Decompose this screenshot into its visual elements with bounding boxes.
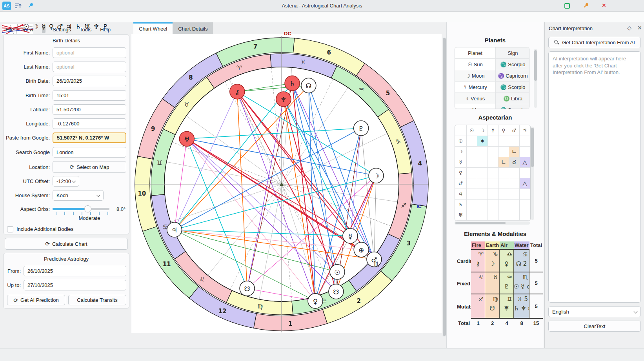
planet-saturn[interactable]: ♄: [285, 76, 300, 91]
menu-item-tools[interactable]: Tools: [80, 27, 91, 33]
paste-google-input[interactable]: [53, 132, 126, 143]
menu-item-view[interactable]: View: [22, 27, 33, 33]
first-name-input[interactable]: [53, 47, 126, 58]
menu-item-help[interactable]: Help: [100, 27, 111, 33]
planet-node[interactable]: ☊: [301, 78, 316, 93]
include-bodies-label: Include Additional Bodies: [16, 226, 73, 232]
search-google-label: Search Google: [3, 149, 53, 155]
aspectarian-cell: ☽: [477, 125, 488, 136]
aspectarian-cell: [488, 210, 498, 221]
chart-wheel[interactable]: ⚷♄☊♆♅♇☽☿⊕♂☉☋♀☋♃123456789101112♈♉♊♋♌♍♎♏♐♑…: [133, 36, 441, 333]
interpretation-text[interactable]: AI interpretation will appear here after…: [548, 51, 641, 303]
aspect-orbs-slider[interactable]: [53, 204, 109, 214]
planet-chiron[interactable]: ⚷: [230, 84, 245, 99]
tab-chart-wheel[interactable]: Chart Wheel: [133, 22, 173, 34]
aspectarian-scrollbar[interactable]: [531, 127, 534, 220]
elements-cell: Mutable: [457, 294, 471, 319]
close-icon[interactable]: ×: [600, 2, 608, 9]
aspectarian-cell: ♃: [520, 125, 530, 136]
planet-sun[interactable]: ☉: [330, 265, 345, 279]
aspectarian-cell: △: [520, 157, 530, 168]
birth-date-input[interactable]: [53, 76, 126, 86]
include-bodies-checkbox[interactable]: [7, 226, 13, 232]
tab-chart-details[interactable]: Chart Details: [173, 22, 213, 34]
aspectarian-cell: ♅: [455, 210, 467, 221]
elements-cell: 5: [529, 272, 543, 294]
statusbar: [0, 348, 644, 361]
aspectarian-cell: [498, 136, 509, 147]
planet-moon[interactable]: ☽: [369, 168, 384, 183]
longitude-input[interactable]: [53, 118, 126, 129]
planet-fortune[interactable]: ⊕: [354, 242, 369, 257]
svg-text:1: 1: [288, 320, 292, 327]
first-name-label: First Name:: [3, 50, 53, 56]
aspectarian-cell: ♃: [455, 189, 467, 200]
from-input[interactable]: [24, 266, 126, 276]
menu-item-file[interactable]: File: [5, 27, 14, 33]
house-system-select[interactable]: Koch: [53, 190, 104, 201]
last-name-input[interactable]: [53, 62, 126, 72]
aspectarian-cell: [498, 210, 509, 221]
aspectarian-cell: [498, 147, 509, 157]
aspect-orbs-label: Aspect Orbs:: [3, 206, 53, 212]
aspectarian-cell: [498, 189, 509, 200]
svg-text:☋: ☋: [244, 285, 250, 293]
svg-text:10: 10: [138, 190, 146, 197]
planet-uranus[interactable]: ♅: [179, 131, 194, 146]
svg-text:♋: ♋: [162, 223, 168, 230]
utc-offset-select[interactable]: -12:00: [53, 176, 79, 187]
planet-jupiter[interactable]: ♃: [167, 222, 182, 237]
planet-mercury[interactable]: ☿: [343, 229, 358, 243]
planet-neptune[interactable]: ♆: [276, 92, 291, 107]
planet-venus[interactable]: ♀: [308, 294, 323, 308]
svg-text:☋: ☋: [333, 288, 339, 296]
planet-pluto[interactable]: ♇: [354, 121, 369, 136]
svg-text:♑: ♑: [395, 138, 401, 145]
svg-text:♏: ♏: [374, 260, 379, 268]
planets-scrollbar[interactable]: [534, 49, 537, 108]
language-select[interactable]: English: [548, 307, 641, 317]
aspectarian-cell: △: [520, 178, 530, 189]
from-label: From:: [3, 268, 24, 274]
planet-southnode[interactable]: ☋: [329, 284, 344, 299]
planets-table-cell: ☉ Sun: [455, 59, 495, 70]
upto-label: Up to:: [3, 282, 24, 288]
select-on-map-button[interactable]: ⟳ Select on Map: [53, 161, 126, 173]
float-panel-icon[interactable]: ◇: [627, 25, 631, 31]
aspectarian-cell: [498, 168, 509, 178]
birth-date-label: Birth Date:: [3, 78, 53, 84]
utc-offset-label: UTC Offset:: [3, 178, 53, 184]
calculate-chart-button[interactable]: ⟳ Calculate Chart: [5, 238, 128, 250]
aspectarian-cell: [520, 136, 530, 147]
get-ai-prediction-button[interactable]: ⟳ Get AI Prediction: [7, 295, 65, 305]
close-panel-icon[interactable]: ✕: [637, 25, 642, 31]
aspectarian-hscrollbar[interactable]: [455, 221, 530, 225]
aspectarian-cell: [467, 168, 477, 178]
clear-text-button[interactable]: ClearText: [548, 321, 641, 332]
svg-text:4: 4: [418, 160, 422, 167]
elements-cell: ♎♀: [500, 250, 514, 272]
aspectarian-cell: [498, 178, 509, 189]
aspectarian-cell: ☉: [455, 136, 467, 147]
elements-cell: [457, 241, 471, 250]
menu-item-settings[interactable]: Settings: [53, 27, 71, 33]
toolbar-planet-glyph[interactable]: ☿: [42, 23, 46, 31]
planet-node2[interactable]: ☋: [240, 281, 255, 296]
scrollbar[interactable]: [442, 37, 446, 337]
get-interpretation-button[interactable]: Get Chart Interpretation From AI: [548, 37, 641, 48]
aspectarian-cell: [467, 178, 477, 189]
aspectarian-cell: [455, 125, 467, 136]
upto-input[interactable]: [24, 280, 126, 290]
toolbar-planet-glyph[interactable]: ☽: [33, 23, 39, 31]
svg-text:☊: ☊: [306, 82, 311, 90]
svg-text:♆: ♆: [280, 96, 286, 103]
elements-cell: ♉: [485, 272, 500, 294]
pin-window-icon[interactable]: [583, 3, 589, 9]
latitude-input[interactable]: [53, 104, 126, 115]
birth-time-input[interactable]: [53, 90, 126, 101]
calculate-transits-button[interactable]: Calculate Transits: [68, 295, 126, 305]
search-google-input[interactable]: [53, 147, 126, 158]
maximize-icon[interactable]: [564, 3, 570, 9]
latitude-label: Latitude:: [3, 107, 53, 112]
toolbar-planet-glyph[interactable]: ♆: [93, 23, 100, 31]
